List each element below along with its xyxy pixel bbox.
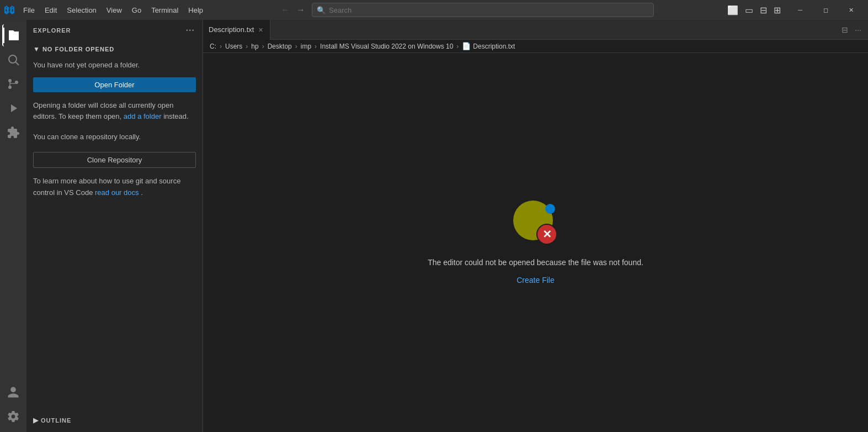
layout-panel-icon[interactable]: ▭ bbox=[743, 4, 755, 17]
tab-actions: ⊟ ··· bbox=[839, 24, 868, 35]
svg-rect-2 bbox=[10, 37, 17, 38]
sidebar-bottom: ▶ Outline bbox=[26, 413, 203, 432]
svg-point-6 bbox=[8, 86, 12, 89]
activity-bar bbox=[0, 20, 26, 432]
menu-selection[interactable]: Selection bbox=[62, 4, 100, 17]
svg-line-4 bbox=[16, 62, 19, 66]
chevron-down-icon: ▼ bbox=[33, 45, 40, 53]
breadcrumb-sep-4: › bbox=[295, 43, 297, 50]
no-folder-label: No Folder Opened bbox=[42, 46, 114, 52]
vscode-logo-icon bbox=[4, 5, 14, 15]
titlebar: File Edit Selection View Go Terminal Hel… bbox=[0, 0, 868, 20]
tab-filename: Description.txt bbox=[209, 25, 254, 34]
maximize-button[interactable]: ◻ bbox=[813, 0, 838, 20]
breadcrumb-install[interactable]: Install MS Visual Studio 2022 on Windows… bbox=[320, 43, 453, 50]
outline-section[interactable]: ▶ Outline bbox=[33, 413, 196, 428]
chevron-right-icon: ▶ bbox=[33, 417, 39, 424]
breadcrumb-file: 📄 Description.txt bbox=[462, 42, 515, 50]
no-folder-text: You have not yet opened a folder. bbox=[33, 60, 196, 71]
close-button[interactable]: ✕ bbox=[838, 0, 864, 20]
minimize-button[interactable]: ─ bbox=[787, 0, 813, 20]
menu-bar: File Edit Selection View Go Terminal Hel… bbox=[19, 4, 207, 17]
svg-rect-0 bbox=[10, 33, 18, 34]
breadcrumb-imp[interactable]: imp bbox=[301, 43, 311, 50]
layout-split-icon[interactable]: ⊟ bbox=[758, 4, 769, 17]
read-docs-link[interactable]: read our docs bbox=[95, 188, 139, 197]
breadcrumb-drive[interactable]: C: bbox=[210, 43, 216, 50]
activity-account-icon[interactable] bbox=[2, 381, 24, 403]
activity-bar-bottom bbox=[2, 381, 24, 428]
back-arrow-icon[interactable]: ← bbox=[279, 4, 292, 16]
docs-text-end: . bbox=[141, 188, 143, 197]
error-container: ✕ The editor could not be opened because… bbox=[428, 201, 643, 285]
opening-folder-info: Opening a folder will close all currentl… bbox=[33, 100, 196, 123]
window-controls: ─ ◻ ✕ bbox=[787, 0, 864, 20]
svg-rect-1 bbox=[10, 35, 15, 36]
svg-point-3 bbox=[9, 55, 17, 63]
sidebar-header-actions: ··· bbox=[185, 24, 196, 36]
add-folder-link[interactable]: add a folder bbox=[124, 112, 162, 120]
create-file-link[interactable]: Create File bbox=[516, 276, 554, 285]
editor-content: ✕ The editor could not be opened because… bbox=[203, 53, 868, 432]
activity-extensions-icon[interactable] bbox=[2, 122, 24, 144]
tab-close-icon[interactable]: × bbox=[257, 24, 264, 35]
sidebar-header: Explorer ··· bbox=[26, 20, 203, 41]
breadcrumb: C: › Users › hp › Desktop › imp › Instal… bbox=[203, 40, 868, 53]
red-error-icon: ✕ bbox=[536, 224, 557, 245]
breadcrumb-sep-5: › bbox=[315, 43, 317, 50]
menu-view[interactable]: View bbox=[102, 4, 126, 17]
layout-sidebar-icon[interactable]: ⬜ bbox=[725, 4, 741, 17]
clone-info-text: You can clone a repository locally. bbox=[33, 131, 196, 143]
search-icon: 🔍 bbox=[317, 6, 326, 14]
menu-terminal[interactable]: Terminal bbox=[147, 4, 183, 17]
svg-point-5 bbox=[8, 79, 12, 82]
menu-help[interactable]: Help bbox=[184, 4, 207, 17]
split-editor-icon[interactable]: ⊟ bbox=[839, 24, 850, 35]
menu-go[interactable]: Go bbox=[127, 4, 146, 17]
activity-run-icon[interactable] bbox=[2, 97, 24, 119]
tab-bar: Description.txt × ⊟ ··· bbox=[203, 20, 868, 40]
open-folder-button[interactable]: Open Folder bbox=[33, 77, 196, 92]
opening-folder-text-end: instead. bbox=[163, 112, 189, 120]
editor-area: Description.txt × ⊟ ··· C: › Users › hp … bbox=[203, 20, 868, 432]
error-message: The editor could not be opened because t… bbox=[428, 258, 643, 267]
docs-info: To learn more about how to use git and s… bbox=[33, 176, 196, 199]
breadcrumb-sep-2: › bbox=[246, 43, 248, 50]
forward-arrow-icon[interactable]: → bbox=[294, 4, 307, 16]
activity-source-control-icon[interactable] bbox=[2, 73, 24, 95]
main-layout: Explorer ··· ▼ No Folder Opened You have… bbox=[0, 20, 868, 432]
clone-repository-button[interactable]: Clone Repository bbox=[33, 152, 196, 168]
no-folder-title[interactable]: ▼ No Folder Opened bbox=[33, 45, 196, 53]
breadcrumb-hp[interactable]: hp bbox=[251, 43, 258, 50]
breadcrumb-sep-3: › bbox=[262, 43, 264, 50]
sidebar-more-options-icon[interactable]: ··· bbox=[185, 24, 196, 36]
titlebar-left: File Edit Selection View Go Terminal Hel… bbox=[4, 4, 207, 17]
tab-description-txt[interactable]: Description.txt × bbox=[203, 20, 270, 40]
outline-label: Outline bbox=[41, 417, 71, 424]
icon-stack: ✕ bbox=[513, 201, 557, 245]
menu-file[interactable]: File bbox=[19, 4, 39, 17]
file-icon: 📄 bbox=[462, 42, 471, 50]
menu-edit[interactable]: Edit bbox=[40, 4, 61, 17]
layout-grid-icon[interactable]: ⊞ bbox=[771, 4, 783, 17]
tab-more-options-icon[interactable]: ··· bbox=[853, 24, 864, 35]
search-input[interactable] bbox=[329, 6, 649, 14]
activity-settings-icon[interactable] bbox=[2, 405, 24, 428]
search-bar[interactable]: 🔍 bbox=[312, 3, 654, 17]
titlebar-right: ⬜ ▭ ⊟ ⊞ ─ ◻ ✕ bbox=[725, 0, 864, 20]
explorer-section: ▼ No Folder Opened You have not yet open… bbox=[26, 41, 203, 413]
titlebar-center: ← → 🔍 bbox=[207, 3, 725, 17]
nav-arrows: ← → bbox=[279, 4, 307, 16]
activity-explorer-icon[interactable] bbox=[2, 24, 24, 46]
sidebar: Explorer ··· ▼ No Folder Opened You have… bbox=[26, 20, 203, 432]
activity-search-icon[interactable] bbox=[2, 49, 24, 71]
breadcrumb-sep-1: › bbox=[220, 43, 222, 50]
breadcrumb-filename[interactable]: Description.txt bbox=[473, 43, 515, 50]
breadcrumb-desktop[interactable]: Desktop bbox=[268, 43, 292, 50]
breadcrumb-users[interactable]: Users bbox=[225, 43, 242, 50]
blue-loading-icon bbox=[545, 204, 555, 214]
breadcrumb-sep-6: › bbox=[456, 43, 459, 50]
sidebar-title: Explorer bbox=[33, 27, 71, 34]
layout-icons: ⬜ ▭ ⊟ ⊞ bbox=[725, 4, 783, 17]
